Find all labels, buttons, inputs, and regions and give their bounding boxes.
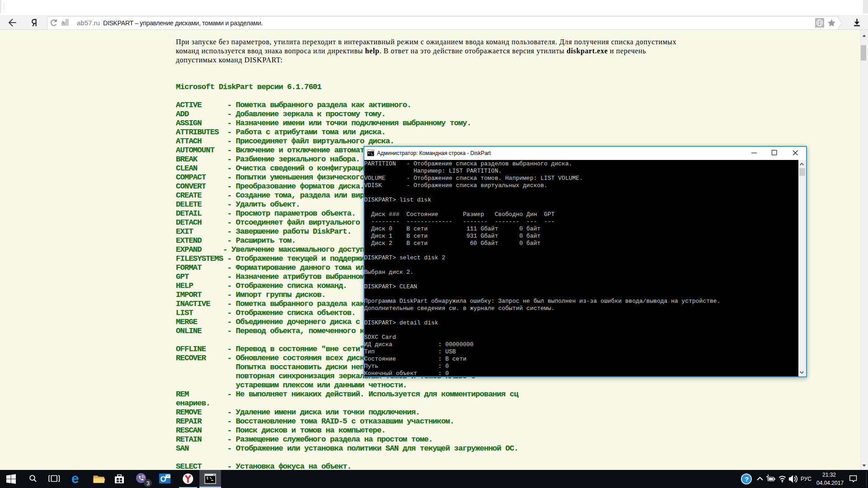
svg-text:e: e xyxy=(71,471,79,486)
svg-text:3: 3 xyxy=(146,480,150,487)
svg-text:O: O xyxy=(160,475,166,483)
svg-text:?: ? xyxy=(745,475,749,483)
